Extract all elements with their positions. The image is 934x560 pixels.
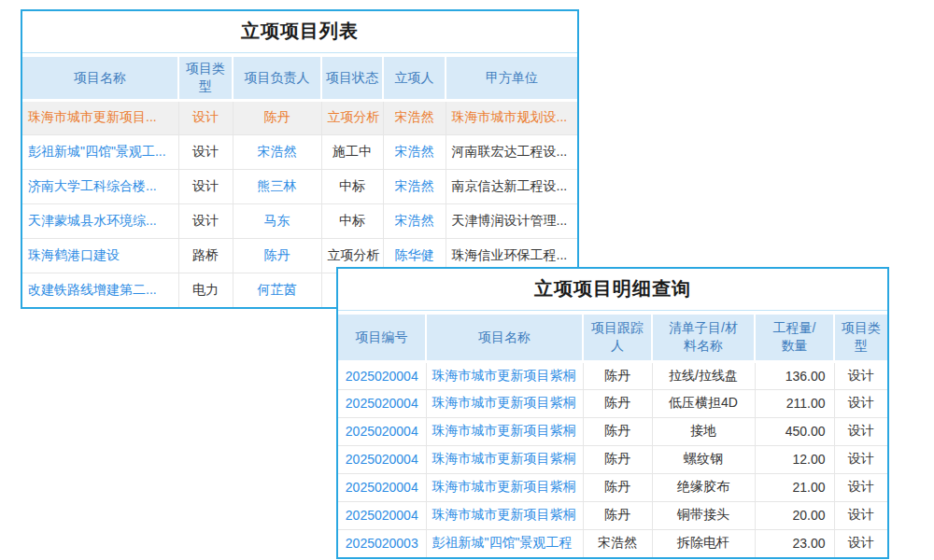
- cell-project-name[interactable]: 彭祖新城"四馆"景观工...: [22, 134, 178, 169]
- cell-project-type: 设计: [178, 169, 233, 203]
- cell-project-type: 设计: [178, 134, 233, 169]
- cell-client-unit: 南京信达新工程设...: [446, 169, 577, 203]
- cell-project-tracker: 陈丹: [583, 389, 652, 417]
- project-detail-header-row: 项目编号 项目名称 项目跟踪 人 清单子目/材 料名称 工程量/ 数量 项目类 …: [338, 315, 887, 361]
- cell-project-name[interactable]: 珠海市城市更新项目紫桐: [426, 445, 583, 473]
- cell-project-manager[interactable]: 宋浩然: [233, 134, 321, 169]
- cell-list-item: 铜带接头: [652, 501, 755, 529]
- cell-list-item: 螺纹钢: [652, 445, 755, 473]
- cell-project-name[interactable]: 珠海市城市更新项目紫桐: [426, 417, 583, 445]
- cell-project-status: 立项分析: [321, 100, 383, 134]
- cell-project-type: 电力: [178, 273, 233, 307]
- cell-project-type: 设计: [834, 529, 887, 557]
- table-row[interactable]: 2025020003 彭祖新城"四馆"景观工程 宋浩然 拆除电杆 23.00 设…: [338, 529, 887, 557]
- cell-project-manager[interactable]: 何芷茵: [233, 273, 321, 307]
- cell-quantity: 23.00: [755, 529, 834, 557]
- cell-list-item: 拉线/拉线盘: [652, 361, 755, 389]
- cell-project-name[interactable]: 珠海市城市更新项目紫桐: [426, 389, 583, 417]
- cell-project-name[interactable]: 珠海市城市更新项目紫桐: [426, 501, 583, 529]
- cell-project-code[interactable]: 2025020003: [338, 529, 426, 557]
- cell-client-unit: 珠海市城市规划设...: [446, 100, 577, 134]
- cell-project-creator[interactable]: 宋浩然: [383, 169, 446, 203]
- col-header-quantity: 工程量/ 数量: [755, 315, 834, 361]
- project-list-panel: 立项项目列表 项目名称 项目类 型 项目负责人 项目状态 立项人 甲方单位 珠海…: [21, 9, 579, 309]
- col-header-project-code: 项目编号: [338, 315, 426, 361]
- cell-project-code[interactable]: 2025020004: [338, 417, 426, 445]
- cell-project-status: 施工中: [321, 134, 383, 169]
- col-header-project-type: 项目类 型: [178, 57, 233, 100]
- col-header-project-manager: 项目负责人: [233, 57, 321, 100]
- cell-project-type: 设计: [834, 389, 887, 417]
- cell-project-tracker: 陈丹: [583, 445, 652, 473]
- cell-project-type: 设计: [834, 445, 887, 473]
- cell-quantity: 20.00: [755, 501, 834, 529]
- cell-project-creator[interactable]: 宋浩然: [383, 203, 446, 238]
- project-detail-title: 立项项目明细查询: [338, 269, 887, 311]
- cell-project-manager[interactable]: 熊三林: [233, 169, 321, 203]
- cell-project-status: 中标: [321, 169, 383, 203]
- cell-quantity: 21.00: [755, 473, 834, 501]
- col-header-project-tracker: 项目跟踪 人: [583, 315, 652, 361]
- table-row[interactable]: 天津蒙城县水环境综... 设计 马东 中标 宋浩然 天津博润设计管理...: [22, 203, 577, 238]
- cell-project-type: 设计: [834, 417, 887, 445]
- cell-project-code[interactable]: 2025020004: [338, 473, 426, 501]
- cell-project-type: 设计: [178, 203, 233, 238]
- cell-project-name[interactable]: 彭祖新城"四馆"景观工程: [426, 529, 583, 557]
- table-row[interactable]: 2025020004 珠海市城市更新项目紫桐 陈丹 绝缘胶布 21.00 设计: [338, 473, 887, 501]
- table-row[interactable]: 2025020004 珠海市城市更新项目紫桐 陈丹 拉线/拉线盘 136.00 …: [338, 361, 887, 389]
- cell-project-name[interactable]: 珠海市城市更新项目紫桐: [426, 473, 583, 501]
- cell-list-item: 低压横担4D: [652, 389, 755, 417]
- cell-client-unit: 天津博润设计管理...: [446, 203, 577, 238]
- cell-project-tracker: 陈丹: [583, 417, 652, 445]
- col-header-project-creator: 立项人: [383, 57, 446, 100]
- table-row[interactable]: 2025020004 珠海市城市更新项目紫桐 陈丹 低压横担4D 211.00 …: [338, 389, 887, 417]
- project-detail-panel: 立项项目明细查询 项目编号 项目名称 项目跟踪 人 清单子目/材 料名称 工程量…: [336, 267, 889, 559]
- cell-project-tracker: 陈丹: [583, 473, 652, 501]
- cell-project-status: 中标: [321, 203, 383, 238]
- cell-quantity: 450.00: [755, 417, 834, 445]
- cell-project-manager[interactable]: 马东: [233, 203, 321, 238]
- cell-quantity: 211.00: [755, 389, 834, 417]
- cell-quantity: 136.00: [755, 361, 834, 389]
- cell-project-tracker: 陈丹: [583, 501, 652, 529]
- col-header-list-item-material: 清单子目/材 料名称: [652, 315, 755, 361]
- cell-project-name[interactable]: 珠海鹤港口建设: [22, 238, 178, 273]
- cell-client-unit: 河南联宏达工程设...: [446, 134, 577, 169]
- cell-list-item: 绝缘胶布: [652, 473, 755, 501]
- cell-project-name[interactable]: 济南大学工科综合楼...: [22, 169, 178, 203]
- cell-project-tracker: 陈丹: [583, 361, 652, 389]
- cell-project-type: 设计: [178, 100, 233, 134]
- cell-project-type: 设计: [834, 473, 887, 501]
- table-row[interactable]: 彭祖新城"四馆"景观工... 设计 宋浩然 施工中 宋浩然 河南联宏达工程设..…: [22, 134, 577, 169]
- cell-project-type: 设计: [834, 361, 887, 389]
- col-header-client-unit: 甲方单位: [446, 57, 577, 100]
- cell-project-manager[interactable]: 陈丹: [233, 100, 321, 134]
- project-list-title: 立项项目列表: [22, 11, 577, 53]
- cell-project-type: 路桥: [178, 238, 233, 273]
- table-row[interactable]: 2025020004 珠海市城市更新项目紫桐 陈丹 铜带接头 20.00 设计: [338, 501, 887, 529]
- cell-project-tracker: 宋浩然: [583, 529, 652, 557]
- col-header-project-status: 项目状态: [321, 57, 383, 100]
- cell-project-code[interactable]: 2025020004: [338, 361, 426, 389]
- cell-project-manager[interactable]: 陈丹: [233, 238, 321, 273]
- cell-list-item: 拆除电杆: [652, 529, 755, 557]
- cell-project-code[interactable]: 2025020004: [338, 501, 426, 529]
- cell-project-creator[interactable]: 宋浩然: [383, 100, 446, 134]
- col-header-project-name: 项目名称: [22, 57, 178, 100]
- project-list-header-row: 项目名称 项目类 型 项目负责人 项目状态 立项人 甲方单位: [22, 57, 577, 100]
- cell-project-code[interactable]: 2025020004: [338, 445, 426, 473]
- cell-list-item: 接地: [652, 417, 755, 445]
- project-detail-table: 项目编号 项目名称 项目跟踪 人 清单子目/材 料名称 工程量/ 数量 项目类 …: [338, 315, 887, 557]
- cell-project-name[interactable]: 珠海市城市更新项目...: [22, 100, 178, 134]
- cell-project-name[interactable]: 改建铁路线增建第二...: [22, 273, 178, 307]
- cell-project-type: 设计: [834, 501, 887, 529]
- table-row[interactable]: 2025020004 珠海市城市更新项目紫桐 陈丹 螺纹钢 12.00 设计: [338, 445, 887, 473]
- cell-project-code[interactable]: 2025020004: [338, 389, 426, 417]
- cell-project-name[interactable]: 珠海市城市更新项目紫桐: [426, 361, 583, 389]
- cell-project-name[interactable]: 天津蒙城县水环境综...: [22, 203, 178, 238]
- cell-project-creator[interactable]: 宋浩然: [383, 134, 446, 169]
- table-row[interactable]: 济南大学工科综合楼... 设计 熊三林 中标 宋浩然 南京信达新工程设...: [22, 169, 577, 203]
- table-row[interactable]: 2025020004 珠海市城市更新项目紫桐 陈丹 接地 450.00 设计: [338, 417, 887, 445]
- col-header-project-type: 项目类 型: [834, 315, 887, 361]
- table-row-selected[interactable]: 珠海市城市更新项目... 设计 陈丹 立项分析 宋浩然 珠海市城市规划设...: [22, 100, 577, 134]
